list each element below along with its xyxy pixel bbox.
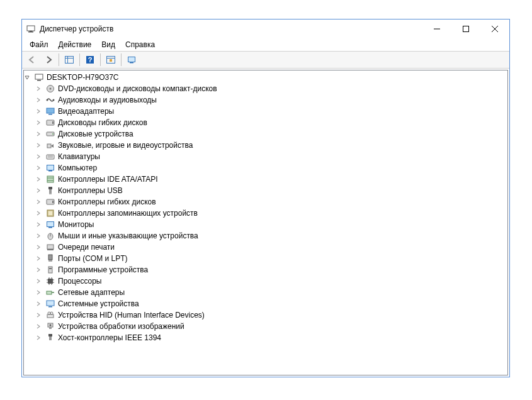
tree-node[interactable]: Компьютер [24, 162, 507, 174]
tree-node-label: Клавиатуры [58, 152, 100, 161]
expand-icon[interactable] [35, 86, 45, 92]
expand-icon[interactable] [35, 221, 45, 228]
menu-file[interactable]: Файл [25, 39, 54, 50]
expand-icon[interactable] [35, 323, 45, 330]
expand-icon[interactable] [35, 210, 45, 216]
tree-node[interactable]: Контроллеры гибких дисков [24, 196, 507, 208]
expand-icon[interactable] [35, 199, 45, 205]
expand-icon[interactable] [35, 255, 45, 262]
expand-icon[interactable] [35, 119, 45, 126]
svg-point-22 [53, 99, 55, 101]
tree-node[interactable]: Процессоры [24, 275, 507, 287]
menu-help[interactable]: Справка [120, 39, 160, 50]
tree-node-label: Процессоры [58, 277, 102, 286]
collapse-icon[interactable] [24, 74, 34, 81]
expand-icon[interactable] [35, 244, 45, 250]
scan-hardware-button[interactable] [103, 53, 118, 67]
tree-node[interactable]: Звуковые, игровые и видеоустройства [24, 140, 507, 151]
minimize-button[interactable] [422, 19, 451, 38]
maximize-button[interactable] [451, 19, 480, 38]
svg-rect-76 [49, 327, 52, 329]
expand-icon[interactable] [35, 335, 45, 341]
expand-icon[interactable] [35, 233, 45, 239]
svg-rect-34 [48, 170, 52, 172]
forward-button[interactable] [41, 53, 56, 67]
tree-node[interactable]: Контроллеры запоминающих устройств [24, 208, 507, 219]
svg-rect-56 [48, 267, 52, 273]
help-button[interactable]: ? [82, 53, 98, 67]
svg-rect-1 [28, 31, 33, 33]
tree-node-label: Звуковые, игровые и видеоустройства [58, 141, 193, 150]
menu-view[interactable]: Вид [96, 39, 120, 50]
tree-node-label: Мониторы [58, 220, 94, 229]
imaging-device-icon [45, 321, 55, 331]
expand-icon[interactable] [35, 187, 45, 194]
show-hide-tree-button[interactable] [62, 53, 77, 67]
tree-node[interactable]: Порты (COM и LPT) [24, 253, 507, 264]
tree-node[interactable]: Системные устройства [24, 298, 507, 309]
expand-icon[interactable] [35, 176, 45, 182]
menu-action[interactable]: Действие [54, 39, 97, 50]
svg-rect-46 [47, 222, 54, 227]
tree-node[interactable]: Аудиовходы и аудиовыходы [24, 94, 507, 106]
tree-node[interactable]: Хост-контроллеры IEEE 1394 [24, 332, 507, 343]
expand-icon[interactable] [35, 301, 45, 307]
tree-node[interactable]: DVD-дисководы и дисководы компакт-дисков [24, 83, 507, 94]
expand-icon[interactable] [35, 278, 45, 284]
expand-icon[interactable] [35, 108, 45, 114]
tree-node-label: Устройства HID (Human Interface Devices) [58, 311, 205, 319]
tree-node[interactable]: Дисковые устройства [24, 128, 507, 140]
tree-node[interactable]: Устройства обработки изображений [24, 321, 507, 332]
tree-node-label: Контроллеры запоминающих устройств [58, 209, 198, 218]
svg-rect-35 [47, 176, 54, 182]
audio-io-icon [45, 95, 55, 105]
tree-node[interactable]: Контроллеры IDE ATA/ATAPI [24, 174, 507, 185]
properties-button[interactable] [124, 53, 139, 67]
svg-rect-33 [47, 165, 54, 170]
expand-icon[interactable] [35, 131, 45, 137]
tree-node[interactable]: Мыши и иные указывающие устройства [24, 230, 507, 242]
tree-node[interactable]: Мониторы [24, 219, 507, 230]
tree-node[interactable]: Дисководы гибких дисков [24, 117, 507, 128]
floppy-drive-icon [45, 118, 55, 128]
tree-node[interactable]: Устройства HID (Human Interface Devices) [24, 309, 507, 321]
svg-point-21 [47, 99, 48, 101]
keyboard-icon [45, 152, 55, 162]
tree-node[interactable]: Видеоадаптеры [24, 106, 507, 117]
svg-rect-7 [65, 57, 74, 64]
expand-icon[interactable] [35, 153, 45, 160]
expand-icon[interactable] [35, 289, 45, 296]
app-icon [26, 24, 36, 34]
svg-point-75 [50, 325, 52, 326]
svg-text:?: ? [88, 56, 93, 64]
svg-rect-2 [30, 31, 32, 31]
toolbar: ? [22, 51, 509, 69]
device-manager-window: Диспетчер устройств Файл Действие Вид Сп… [21, 19, 510, 377]
expand-icon[interactable] [35, 165, 45, 171]
tree-node[interactable]: Очереди печати [24, 242, 507, 253]
device-tree[interactable]: DESKTOP-H79O37C DVD-дисководы и дисковод… [23, 70, 508, 375]
tree-node-label: DVD-дисководы и дисководы компакт-дисков [58, 84, 217, 93]
tree-node[interactable]: Сетевые адаптеры [24, 287, 507, 298]
back-button[interactable] [25, 53, 40, 67]
expand-icon[interactable] [35, 142, 45, 148]
expand-icon[interactable] [35, 267, 45, 273]
tree-root[interactable]: DESKTOP-H79O37C [24, 72, 507, 83]
expand-icon[interactable] [35, 97, 45, 103]
svg-rect-17 [35, 74, 43, 79]
svg-rect-45 [48, 211, 52, 215]
tree-node[interactable]: Программные устройства [24, 264, 507, 275]
close-button[interactable] [480, 19, 509, 38]
expand-icon[interactable] [35, 312, 45, 318]
tree-node[interactable]: Контроллеры USB [24, 185, 507, 196]
tree-node-label: Очереди печати [58, 243, 115, 252]
tree-node[interactable]: Клавиатуры [24, 151, 507, 162]
svg-rect-67 [47, 291, 52, 294]
hid-device-icon [45, 310, 55, 320]
usb-controller-icon [45, 186, 55, 196]
svg-rect-77 [48, 334, 52, 336]
tree-node-label: Дисководы гибких дисков [58, 118, 147, 127]
ieee1394-controller-icon [45, 333, 55, 343]
floppy-controller-icon [45, 197, 55, 207]
monitor-icon [45, 219, 55, 230]
